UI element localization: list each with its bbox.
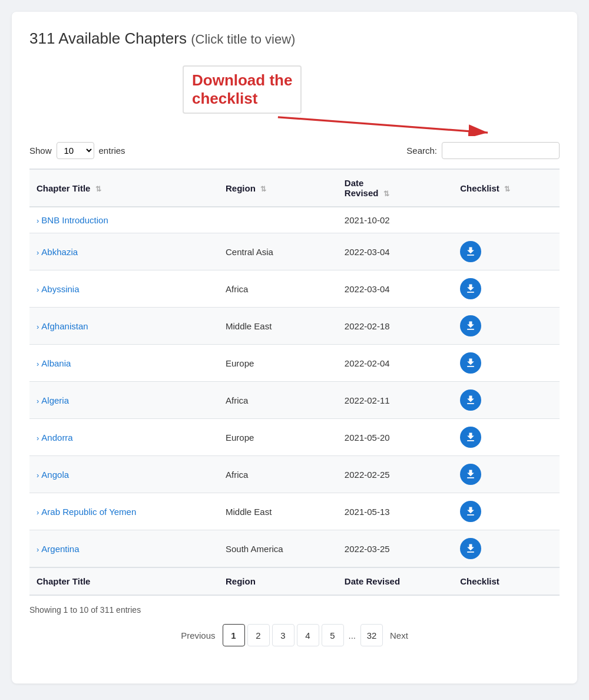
chapter-link[interactable]: Angola — [41, 470, 69, 480]
table-row: ›AbkhaziaCentral Asia2022-03-04 — [29, 233, 560, 270]
download-checklist-button[interactable] — [460, 278, 481, 299]
show-label: Show — [29, 146, 52, 156]
table-row: ›AndorraEurope2021-05-20 — [29, 419, 560, 456]
sort-icon-title[interactable]: ⇅ — [95, 185, 101, 193]
page-32-button[interactable]: 32 — [360, 624, 383, 646]
search-area: Search: — [406, 142, 560, 159]
cell-checklist — [453, 233, 560, 270]
page-3-button[interactable]: 3 — [272, 624, 294, 646]
chapter-link[interactable]: Afghanistan — [41, 321, 88, 331]
row-chevron: › — [37, 397, 39, 405]
chapter-link[interactable]: BNB Introduction — [41, 215, 108, 225]
cell-date-revised: 2022-03-04 — [337, 270, 453, 308]
row-chevron: › — [37, 545, 39, 554]
page-title: 311 Available Chapters (Click title to v… — [29, 29, 560, 48]
download-checklist-button[interactable] — [460, 315, 481, 336]
download-checklist-button[interactable] — [460, 464, 481, 485]
prev-button[interactable]: Previous — [176, 624, 220, 646]
row-chevron: › — [37, 471, 39, 480]
page-container: 311 Available Chapters (Click title to v… — [12, 12, 577, 684]
cell-checklist — [453, 207, 560, 233]
row-chevron: › — [37, 322, 39, 331]
cell-date-revised: 2022-02-25 — [337, 456, 453, 493]
cell-date-revised: 2021-05-13 — [337, 493, 453, 530]
search-label: Search: — [406, 146, 437, 156]
cell-date-revised: 2021-10-02 — [337, 207, 453, 233]
cell-region: Africa — [219, 382, 337, 419]
next-button[interactable]: Next — [385, 624, 413, 646]
download-checklist-button[interactable] — [460, 427, 481, 448]
cell-region: Africa — [219, 456, 337, 493]
cell-chapter-title: ›BNB Introduction — [29, 207, 219, 233]
search-input[interactable] — [442, 142, 560, 159]
footer-col-region: Region — [219, 567, 337, 595]
page-2-button[interactable]: 2 — [247, 624, 270, 646]
cell-region: Europe — [219, 345, 337, 382]
cell-chapter-title: ›Albania — [29, 345, 219, 382]
download-callout: Download the checklist — [183, 65, 302, 114]
col-header-date[interactable]: DateRevised ⇅ — [337, 169, 453, 207]
download-checklist-button[interactable] — [460, 241, 481, 262]
controls-row: Show 10 25 50 100 entries Search: — [29, 142, 560, 159]
chapter-link[interactable]: Abyssinia — [41, 284, 79, 294]
page-4-button[interactable]: 4 — [297, 624, 319, 646]
pagination: Previous 1 2 3 4 5 ... 32 Next — [29, 624, 560, 646]
download-checklist-button[interactable] — [460, 501, 481, 522]
row-chevron: › — [37, 508, 39, 517]
cell-chapter-title: ›Andorra — [29, 419, 219, 456]
cell-checklist — [453, 345, 560, 382]
table-row: ›ArgentinaSouth America2022-03-25 — [29, 530, 560, 568]
download-checklist-button[interactable] — [460, 389, 481, 411]
entries-select[interactable]: 10 25 50 100 — [57, 142, 94, 159]
download-icon — [465, 357, 477, 369]
table-row: ›BNB Introduction2021-10-02 — [29, 207, 560, 233]
chapter-link[interactable]: Abkhazia — [41, 247, 78, 257]
download-icon — [465, 431, 477, 443]
sort-icon-date[interactable]: ⇅ — [383, 190, 389, 198]
cell-date-revised: 2022-02-18 — [337, 308, 453, 345]
download-icon — [465, 543, 477, 554]
table-row: ›AlgeriaAfrica2022-02-11 — [29, 382, 560, 419]
col-header-checklist[interactable]: Checklist ⇅ — [453, 169, 560, 207]
row-chevron: › — [37, 248, 39, 257]
chapter-link[interactable]: Andorra — [41, 432, 72, 443]
page-5-button[interactable]: 5 — [322, 624, 344, 646]
cell-region: Middle East — [219, 308, 337, 345]
footer-col-checklist: Checklist — [453, 567, 560, 595]
cell-chapter-title: ›Angola — [29, 456, 219, 493]
cell-region: Central Asia — [219, 233, 337, 270]
table-row: ›AfghanistanMiddle East2022-02-18 — [29, 308, 560, 345]
chapter-link[interactable]: Argentina — [41, 544, 79, 554]
cell-region: Middle East — [219, 493, 337, 530]
sort-icon-checklist[interactable]: ⇅ — [504, 185, 510, 193]
show-entries-group: Show 10 25 50 100 entries — [29, 142, 125, 159]
cell-date-revised: 2022-03-25 — [337, 530, 453, 568]
chapter-link[interactable]: Algeria — [41, 395, 69, 405]
table-row: ›Arab Republic of YemenMiddle East2021-0… — [29, 493, 560, 530]
cell-region: Africa — [219, 270, 337, 308]
page-ellipsis: ... — [346, 630, 359, 640]
chapter-link[interactable]: Albania — [41, 358, 71, 368]
page-1-button[interactable]: 1 — [223, 624, 245, 646]
sort-icon-region[interactable]: ⇅ — [260, 185, 266, 193]
chapter-link[interactable]: Arab Republic of Yemen — [41, 507, 136, 517]
col-header-chapter-title[interactable]: Chapter Title ⇅ — [29, 169, 219, 207]
cell-chapter-title: ›Afghanistan — [29, 308, 219, 345]
table-row: ›AngolaAfrica2022-02-25 — [29, 456, 560, 493]
cell-checklist — [453, 308, 560, 345]
row-chevron: › — [37, 359, 39, 368]
table-row: ›AlbaniaEurope2022-02-04 — [29, 345, 560, 382]
footer-col-title: Chapter Title — [29, 567, 219, 595]
cell-chapter-title: ›Argentina — [29, 530, 219, 568]
download-icon — [465, 506, 477, 517]
row-chevron: › — [37, 216, 39, 225]
download-icon — [465, 394, 477, 406]
download-checklist-button[interactable] — [460, 538, 481, 559]
cell-chapter-title: ›Arab Republic of Yemen — [29, 493, 219, 530]
cell-chapter-title: ›Abyssinia — [29, 270, 219, 308]
download-checklist-button[interactable] — [460, 352, 481, 374]
cell-checklist — [453, 456, 560, 493]
cell-checklist — [453, 419, 560, 456]
cell-chapter-title: ›Abkhazia — [29, 233, 219, 270]
col-header-region[interactable]: Region ⇅ — [219, 169, 337, 207]
